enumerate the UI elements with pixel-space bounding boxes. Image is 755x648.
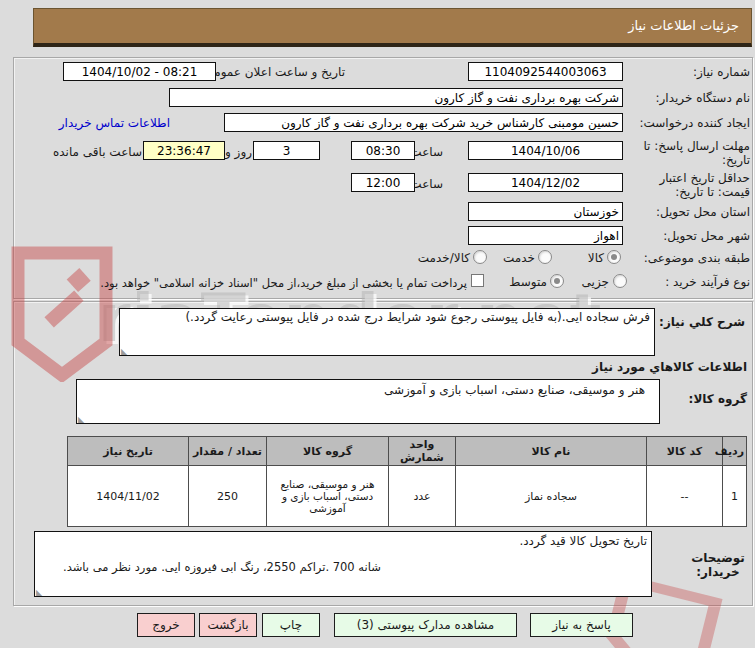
back-button[interactable]: بازگشت bbox=[199, 613, 257, 637]
process-radio-minor[interactable] bbox=[613, 274, 627, 288]
goods-group-text: هنر و موسیقی، صنایع دستی، اسباب بازی و آ… bbox=[77, 380, 659, 397]
goods-section-title: اطلاعات كالاهاي مورد نياز bbox=[592, 360, 747, 374]
deadline-date-input[interactable] bbox=[468, 141, 623, 160]
days-left-input[interactable] bbox=[253, 141, 320, 160]
cell-need-date: 1404/11/02 bbox=[68, 466, 189, 527]
validity-time-input[interactable] bbox=[351, 173, 415, 192]
classification-option-service: خدمت bbox=[503, 251, 535, 265]
cell-quantity: 250 bbox=[189, 466, 267, 527]
col-item-code: کد کالا bbox=[647, 437, 723, 466]
deadline-label: مهلت ارسال پاسخ: تا تاریخ: bbox=[630, 139, 750, 167]
deadline-hour-label: ساعت bbox=[410, 145, 443, 159]
process-option-minor: جزیی bbox=[582, 275, 609, 289]
cell-group: هنر و موسیقی، صنایع دستی، اسباب بازی و آ… bbox=[267, 466, 389, 527]
description-text: فرش سجاده ایی.(به فایل پیوستی رجوع شود ش… bbox=[120, 309, 654, 325]
announce-datetime-input[interactable] bbox=[63, 62, 216, 81]
col-row-number: ردیف bbox=[723, 437, 747, 466]
province-input[interactable] bbox=[468, 202, 623, 221]
treasury-note: پرداخت تمام یا بخشی از مبلغ خرید،از محل … bbox=[100, 276, 467, 290]
col-quantity: تعداد / مقدار bbox=[189, 437, 267, 466]
buyer-notes-line1: تاریخ تحویل کالا قید گردد. bbox=[35, 532, 651, 550]
cell-row-number: 1 bbox=[723, 466, 747, 527]
classification-radio-service[interactable] bbox=[538, 250, 552, 264]
exit-button[interactable]: خروج bbox=[137, 613, 195, 637]
col-need-date: تاریخ نیاز bbox=[68, 437, 189, 466]
buyer-contact-link[interactable]: اطلاعات تماس خریدار bbox=[59, 116, 170, 130]
remaining-suffix-label: ساعت باقی مانده bbox=[53, 145, 142, 159]
goods-table: ردیف کد کالا نام کالا واحد شمارش گروه کا… bbox=[67, 436, 747, 527]
announce-label: تاریخ و ساعت اعلان عمومی: bbox=[200, 65, 345, 79]
classification-option-goods-service: کالا/خدمت bbox=[418, 251, 470, 265]
validity-hour-label: ساعت bbox=[410, 177, 443, 191]
print-button[interactable]: چاپ bbox=[262, 613, 320, 637]
creator-input[interactable] bbox=[224, 113, 623, 132]
creator-label: ایجاد کننده درخواست: bbox=[639, 116, 750, 130]
buyer-notes-line2: شانه 700 .تراکم 2550، رنگ ابی فیروزه ایی… bbox=[35, 550, 651, 574]
process-radio-medium[interactable] bbox=[550, 274, 564, 288]
process-option-medium: متوسط bbox=[509, 275, 547, 289]
tender-detail-page: { "header": { "title": "جزئیات اطلاعات ن… bbox=[0, 0, 755, 648]
deadline-time-input[interactable] bbox=[351, 141, 415, 160]
need-number-label: شماره نیاز: bbox=[693, 65, 750, 79]
resize-handle-icon: ◣ bbox=[36, 589, 42, 597]
buyer-org-input[interactable] bbox=[169, 88, 623, 107]
classification-option-goods: کالا bbox=[588, 251, 604, 265]
view-attachments-button[interactable]: مشاهده مدارک پیوستی (3) bbox=[334, 613, 517, 637]
buyer-notes-textarea[interactable]: تاریخ تحویل کالا قید گردد. شانه 700 .ترا… bbox=[34, 531, 652, 597]
process-type-label: نوع فرآیند خرید : bbox=[665, 275, 750, 289]
cell-item-name: سجاده نماز bbox=[456, 466, 647, 527]
days-suffix-label: روز و bbox=[225, 145, 252, 159]
classification-radio-goods[interactable] bbox=[607, 250, 621, 264]
classification-label: طبقه بندی موضوعی: bbox=[644, 251, 750, 265]
cell-item-code: -- bbox=[647, 466, 723, 527]
respond-button[interactable]: پاسخ به نیاز bbox=[530, 613, 633, 637]
city-label: شهر محل تحویل: bbox=[663, 229, 750, 243]
classification-radio-goods-service[interactable] bbox=[473, 250, 487, 264]
city-input[interactable] bbox=[468, 226, 623, 245]
province-label: استان محل تحویل: bbox=[656, 205, 750, 219]
resize-handle-icon: ◣ bbox=[78, 416, 84, 424]
description-textarea[interactable]: فرش سجاده ایی.(به فایل پیوستی رجوع شود ش… bbox=[119, 308, 655, 356]
col-group: گروه کالا bbox=[267, 437, 389, 466]
cell-unit: عدد bbox=[389, 466, 456, 527]
col-unit: واحد شمارش bbox=[389, 437, 456, 466]
validity-label: حداقل تاریخ اعتبار قیمت: تا تاریخ: bbox=[630, 171, 750, 199]
col-item-name: نام کالا bbox=[456, 437, 647, 466]
goods-table-header-row: ردیف کد کالا نام کالا واحد شمارش گروه کا… bbox=[68, 437, 747, 466]
need-number-input[interactable] bbox=[468, 62, 623, 81]
page-title: جزئیات اطلاعات نیاز bbox=[628, 18, 739, 33]
treasury-checkbox[interactable] bbox=[471, 274, 484, 287]
goods-group-textarea[interactable]: هنر و موسیقی، صنایع دستی، اسباب بازی و آ… bbox=[76, 379, 660, 424]
description-label: شرح كلي نياز: bbox=[659, 315, 745, 329]
buyer-notes-label: توضیحات خریدار: bbox=[687, 551, 749, 579]
page-header-bar: جزئیات اطلاعات نیاز bbox=[33, 8, 752, 47]
time-remaining-input[interactable] bbox=[143, 141, 225, 160]
goods-group-label: گروه کالا: bbox=[689, 392, 747, 406]
resize-handle-icon: ◣ bbox=[121, 348, 127, 356]
buyer-org-label: نام دستگاه خریدار: bbox=[656, 91, 751, 105]
goods-table-row: 1 -- سجاده نماز عدد هنر و موسیقی، صنایع … bbox=[68, 466, 747, 527]
validity-date-input[interactable] bbox=[468, 173, 623, 192]
